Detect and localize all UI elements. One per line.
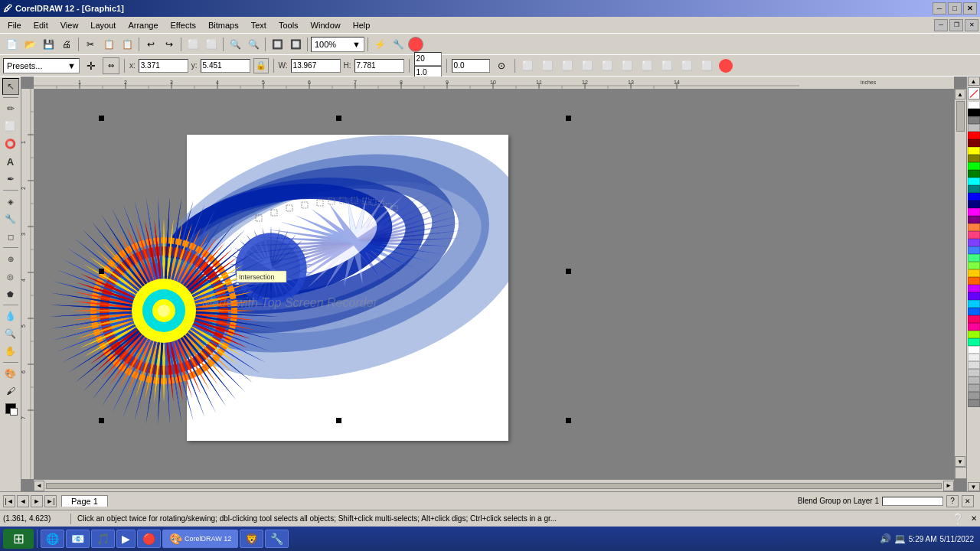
transform-btn4[interactable]: ⬜	[580, 57, 596, 74]
freehand-tool[interactable]: ✏	[2, 100, 19, 117]
vertical-scrollbar[interactable]: ▲ ▼	[954, 89, 966, 479]
view1-button[interactable]: 🔲	[269, 36, 286, 53]
page1-tab[interactable]: Page 1	[61, 495, 108, 507]
export-button[interactable]: ⬜	[203, 36, 220, 53]
taskbar-email[interactable]: 📧	[66, 530, 90, 548]
menu-text[interactable]: Text	[245, 19, 273, 31]
taskbar-corel[interactable]: 🎨 CorelDRAW 12	[162, 530, 238, 548]
rectangle-tool[interactable]: ⬜	[2, 118, 19, 135]
menu-layout[interactable]: Layout	[84, 19, 122, 31]
taskbar-ie[interactable]: 🌐	[41, 530, 64, 548]
color-swatch-16[interactable]	[968, 223, 980, 231]
paste-button[interactable]: 📋	[119, 36, 136, 53]
preset-dropdown[interactable]: Presets... ▼	[3, 58, 80, 73]
taskbar-lion[interactable]: 🦁	[240, 530, 263, 548]
canvas-area[interactable]: 1 2 3 4 5 6 7 8 9 10 11	[21, 77, 966, 491]
zoom-input[interactable]: 100% ▼	[311, 37, 364, 52]
shape-tool[interactable]: ◈	[2, 193, 19, 210]
handle-tl[interactable]	[99, 116, 104, 121]
interactive-fill-tool[interactable]: 🖌	[2, 383, 19, 399]
handle-mr[interactable]	[566, 269, 571, 274]
minimize-button[interactable]: ─	[933, 2, 946, 15]
color-swatch-29[interactable]	[968, 323, 980, 331]
color-swatch-19[interactable]	[968, 246, 980, 254]
color-swatch-10[interactable]	[968, 178, 980, 185]
color-swatch-13[interactable]	[968, 201, 980, 208]
color-swatch-20[interactable]	[968, 254, 980, 262]
transform-btn6[interactable]: ⬜	[619, 57, 636, 74]
options-button[interactable]: 🔧	[390, 36, 407, 53]
color-swatch-12[interactable]	[968, 193, 980, 201]
knife-tool[interactable]: 🔧	[2, 210, 19, 227]
transform-btn7[interactable]: ⬜	[639, 57, 656, 74]
menu-tools[interactable]: Tools	[273, 19, 305, 31]
zoom-out-button[interactable]: 🔍	[245, 36, 262, 53]
cut-button[interactable]: ✂	[82, 36, 99, 53]
save-button[interactable]: 💾	[40, 36, 57, 53]
taskbar-tools[interactable]: 🔧	[265, 530, 289, 548]
color-swatch-28[interactable]	[968, 315, 980, 323]
color-swatch-7[interactable]	[968, 155, 980, 162]
menu-window[interactable]: Window	[305, 19, 347, 31]
color-swatch-5[interactable]	[968, 139, 980, 147]
close-status[interactable]: ✕	[962, 495, 974, 507]
menu-help[interactable]: Help	[347, 19, 377, 31]
color-swatch-33[interactable]	[968, 354, 980, 361]
no-color-swatch[interactable]	[968, 87, 980, 99]
color-swatch-38[interactable]	[968, 392, 980, 399]
menu-arrange[interactable]: Arrange	[122, 19, 164, 31]
mdi-restore[interactable]: ❐	[949, 19, 963, 31]
menu-bitmaps[interactable]: Bitmaps	[202, 19, 245, 31]
transform-btn2[interactable]: ⬜	[540, 57, 557, 74]
color-swatch-14[interactable]	[968, 208, 980, 216]
taskbar-rec[interactable]: 🔴	[137, 530, 161, 548]
select-tool[interactable]: ↖	[2, 78, 19, 95]
palette-scroll-down[interactable]: ▼	[968, 482, 980, 491]
color-swatch-30[interactable]	[968, 331, 980, 338]
handle-tr[interactable]	[566, 116, 571, 121]
outline-color-mini[interactable]	[10, 408, 18, 416]
color-button[interactable]	[408, 37, 423, 52]
hand-tool[interactable]: ✋	[2, 343, 19, 360]
help-icon[interactable]: ?	[946, 495, 959, 507]
color-swatch-9[interactable]	[968, 170, 980, 178]
close-button[interactable]: ✕	[963, 2, 977, 15]
status-close[interactable]: ✕	[971, 514, 977, 523]
color-swatch-24[interactable]	[968, 285, 980, 292]
scroll-down-button[interactable]: ▼	[955, 456, 965, 467]
color-swatch-35[interactable]	[968, 369, 980, 377]
scroll-up-button[interactable]: ▲	[955, 89, 965, 99]
transform-btn8[interactable]: ⬜	[659, 57, 676, 74]
fill-tool[interactable]: 🎨	[2, 365, 19, 382]
color-swatch-4[interactable]	[968, 132, 980, 139]
handle-bm[interactable]	[336, 418, 341, 423]
scroll-left-button[interactable]: ◄	[34, 481, 44, 491]
last-page-button[interactable]: ►|	[44, 495, 57, 507]
color-swatch-32[interactable]	[968, 346, 980, 354]
first-page-button[interactable]: |◄	[3, 495, 15, 507]
scroll-thumb-h[interactable]	[46, 483, 942, 489]
mdi-close[interactable]: ✕	[965, 19, 978, 31]
bezier-tool[interactable]: ✒	[2, 171, 19, 187]
next-page-button[interactable]: ►	[31, 495, 43, 507]
scroll-thumb-v[interactable]	[956, 101, 965, 132]
menu-view[interactable]: View	[54, 19, 85, 31]
taskbar-player[interactable]: ▶	[116, 530, 136, 548]
color-swatch-3[interactable]	[968, 124, 980, 132]
color-swatch-25[interactable]	[968, 292, 980, 300]
scroll-right-button[interactable]: ►	[943, 481, 954, 491]
palette-scroll-up[interactable]: ▲	[968, 77, 980, 86]
handle-bl[interactable]	[99, 418, 104, 423]
color-swatch-0[interactable]	[968, 101, 980, 109]
transform-btn1[interactable]: ⬜	[520, 57, 537, 74]
menu-file[interactable]: File	[2, 19, 28, 31]
zoom-in-button[interactable]: 🔍	[227, 36, 243, 53]
color-swatch-18[interactable]	[968, 239, 980, 246]
new-button[interactable]: 📄	[3, 36, 20, 53]
color-swatch-15[interactable]	[968, 216, 980, 223]
envelope-tool[interactable]: ⬟	[2, 285, 19, 302]
color-swatch-21[interactable]	[968, 262, 980, 269]
start-button[interactable]: ⊞	[3, 529, 34, 549]
fill-btn[interactable]	[719, 59, 733, 73]
zoom-tool[interactable]: 🔍	[2, 325, 19, 342]
